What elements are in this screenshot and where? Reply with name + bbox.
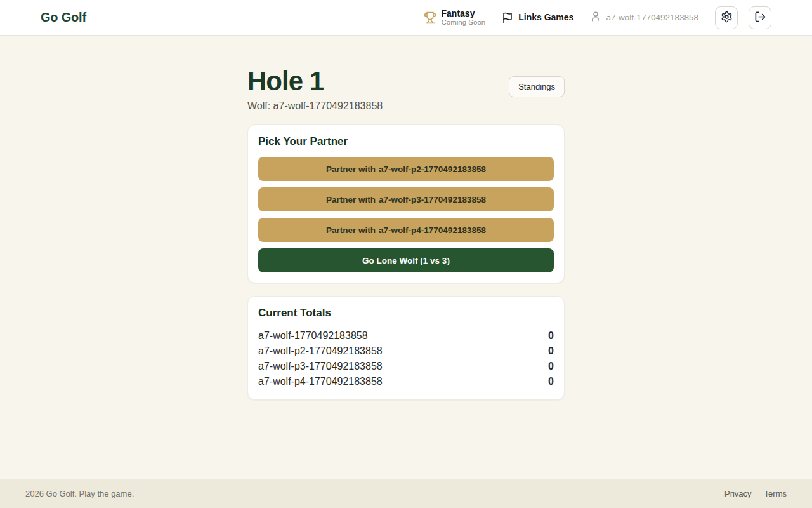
- terms-link[interactable]: Terms: [764, 489, 787, 498]
- totals-player-name: a7-wolf-p3-1770492183858: [258, 361, 383, 372]
- content-column: Hole 1 Wolf: a7-wolf-1770492183858 Stand…: [247, 36, 565, 400]
- title-row: Hole 1 Wolf: a7-wolf-1770492183858 Stand…: [247, 67, 565, 112]
- lone-wolf-button[interactable]: Go Lone Wolf (1 vs 3): [258, 248, 554, 272]
- trophy-icon: [424, 11, 436, 24]
- partner-button-p2[interactable]: Partner with a7-wolf-p2-1770492183858: [258, 157, 554, 181]
- totals-row: a7-wolf-p3-1770492183858 0: [258, 359, 554, 374]
- page-footer: 2026 Go Golf. Play the game. Privacy Ter…: [0, 479, 812, 508]
- partner-button-name: a7-wolf-p4-1770492183858: [379, 225, 486, 235]
- footer-links: Privacy Terms: [724, 489, 787, 498]
- nav-item-links-games[interactable]: Links Games: [502, 12, 573, 23]
- standings-button[interactable]: Standings: [509, 76, 565, 97]
- gear-icon: [721, 11, 733, 25]
- title-block: Hole 1 Wolf: a7-wolf-1770492183858: [247, 67, 383, 112]
- totals-player-score: 0: [548, 330, 554, 342]
- logout-icon: [754, 11, 766, 25]
- pick-partner-title: Pick Your Partner: [258, 135, 554, 148]
- privacy-link[interactable]: Privacy: [724, 489, 752, 498]
- header-buttons: [715, 6, 771, 29]
- totals-row: a7-wolf-p2-1770492183858 0: [258, 344, 554, 359]
- totals-player-name: a7-wolf-p2-1770492183858: [258, 345, 383, 357]
- partner-button-name: a7-wolf-p3-1770492183858: [379, 195, 486, 204]
- partner-button-p3[interactable]: Partner with a7-wolf-p3-1770492183858: [258, 187, 554, 211]
- username-text: a7-wolf-1770492183858: [606, 13, 698, 22]
- logout-button[interactable]: [749, 6, 771, 29]
- flag-icon: [502, 12, 513, 23]
- footer-copyright: 2026 Go Golf. Play the game.: [25, 489, 134, 498]
- totals-player-name: a7-wolf-1770492183858: [258, 330, 368, 342]
- totals-row: a7-wolf-p4-1770492183858 0: [258, 374, 554, 389]
- app-header: Go Golf Fantasy Coming Soon: [0, 0, 812, 36]
- pick-partner-card: Pick Your Partner Partner with a7-wolf-p…: [247, 124, 565, 283]
- header-nav: Fantasy Coming Soon Links Games a7-wolf-…: [424, 6, 771, 29]
- partner-button-p4[interactable]: Partner with a7-wolf-p4-1770492183858: [258, 218, 554, 242]
- nav-fantasy-label: Fantasy: [442, 8, 486, 18]
- main-area: Hole 1 Wolf: a7-wolf-1770492183858 Stand…: [0, 36, 812, 479]
- partner-button-name: a7-wolf-p2-1770492183858: [379, 164, 486, 174]
- user-icon: [590, 11, 601, 25]
- current-totals-title: Current Totals: [258, 307, 554, 319]
- partner-button-prefix: Partner with: [326, 225, 376, 235]
- totals-player-score: 0: [548, 361, 554, 372]
- totals-player-name: a7-wolf-p4-1770492183858: [258, 376, 383, 387]
- partner-button-prefix: Partner with: [326, 195, 376, 204]
- app-logo[interactable]: Go Golf: [41, 10, 86, 25]
- nav-fantasy-sublabel: Coming Soon: [442, 18, 486, 27]
- nav-item-fantasy[interactable]: Fantasy Coming Soon: [424, 8, 486, 27]
- page-title: Hole 1: [247, 67, 383, 95]
- totals-player-score: 0: [548, 376, 554, 387]
- totals-row: a7-wolf-1770492183858 0: [258, 328, 554, 344]
- user-chip: a7-wolf-1770492183858: [590, 11, 698, 25]
- settings-button[interactable]: [715, 6, 738, 29]
- partner-button-prefix: Partner with: [326, 164, 376, 174]
- current-totals-card: Current Totals a7-wolf-1770492183858 0 a…: [247, 296, 565, 400]
- wolf-subtitle: Wolf: a7-wolf-1770492183858: [247, 100, 383, 112]
- totals-player-score: 0: [548, 345, 554, 357]
- nav-fantasy-text: Fantasy Coming Soon: [442, 8, 486, 27]
- nav-links-games-label: Links Games: [518, 12, 573, 22]
